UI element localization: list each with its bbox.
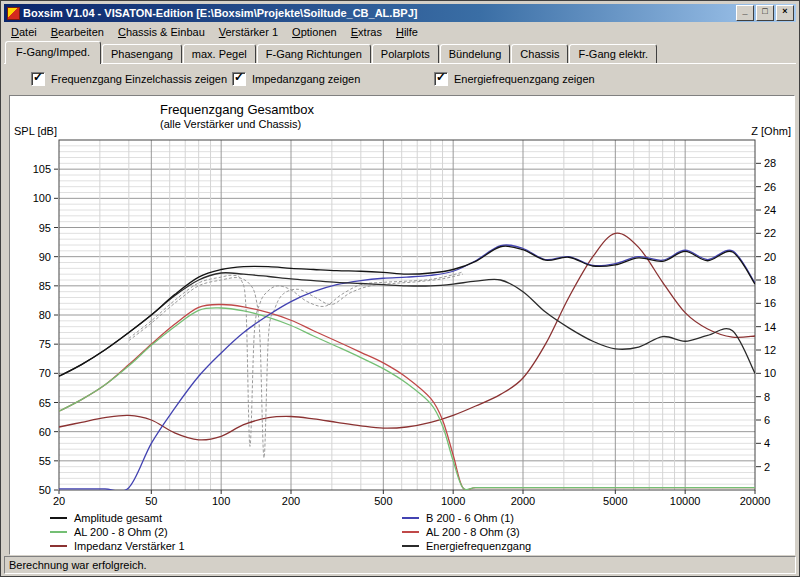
legend-label: B 200 - 6 Ohm (1)	[426, 512, 514, 524]
tab-buendelung[interactable]: Bündelung	[440, 44, 511, 64]
svg-text:100: 100	[212, 495, 230, 507]
tab-fgang-elektr[interactable]: F-Gang elektr.	[569, 44, 657, 64]
svg-text:100: 100	[33, 192, 51, 204]
checkbox-label: Energiefrequenzgang zeigen	[454, 73, 595, 85]
legend-line-swatch	[50, 531, 67, 533]
checkbox-einzelchassis[interactable]: ✓ Frequenzgang Einzelchassis zeigen	[31, 72, 227, 86]
menu-chassis-einbau[interactable]: Chassis & Einbau	[111, 23, 212, 41]
svg-text:20000: 20000	[740, 495, 771, 507]
svg-text:105: 105	[33, 163, 51, 175]
svg-text:14: 14	[764, 321, 776, 333]
legend-line-swatch	[50, 517, 67, 519]
check-icon: ✓	[436, 70, 446, 84]
svg-text:60: 60	[39, 426, 51, 438]
svg-text:2: 2	[764, 461, 770, 473]
svg-text:50: 50	[39, 484, 51, 496]
legend-item: AL 200 - 8 Ohm (3)	[402, 525, 520, 538]
title-bar[interactable]: Boxsim V1.04 - VISATON-Edition [E:\Boxsi…	[4, 4, 796, 22]
status-text: Berechnung war erfolgreich.	[9, 559, 147, 571]
tab-phasengang[interactable]: Phasengang	[102, 44, 182, 64]
svg-text:20: 20	[764, 251, 776, 263]
svg-text:20: 20	[53, 495, 65, 507]
legend-line-swatch	[402, 531, 419, 533]
svg-text:26: 26	[764, 181, 776, 193]
legend-item: B 200 - 6 Ohm (1)	[402, 511, 514, 524]
legend-line-swatch	[50, 545, 67, 547]
tab-chassis[interactable]: Chassis	[511, 44, 568, 64]
legend-label: Amplitude gesamt	[74, 512, 162, 524]
boxsim-window: { "window": { "title": "Boxsim V1.04 - V…	[0, 0, 800, 577]
close-button[interactable]: ×	[776, 5, 794, 21]
svg-text:55: 55	[39, 455, 51, 467]
svg-text:70: 70	[39, 367, 51, 379]
checkbox-energiefrequenzgang[interactable]: ✓ Energiefrequenzgang zeigen	[434, 72, 595, 86]
tab-polarplots[interactable]: Polarplots	[372, 44, 439, 64]
svg-text:85: 85	[39, 280, 51, 292]
legend-line-swatch	[402, 517, 419, 519]
y-axis-left-label: SPL [dB]	[14, 125, 57, 137]
status-bar: Berechnung war erfolgreich.	[4, 556, 796, 574]
svg-text:6: 6	[764, 414, 770, 426]
maximize-button[interactable]: □	[756, 5, 774, 21]
tab-strip: F-Gang/Imped. Phasengang max. Pegel F-Ga…	[5, 43, 795, 64]
menu-bearbeiten[interactable]: Bearbeiten	[44, 23, 111, 41]
svg-text:90: 90	[39, 251, 51, 263]
series-amplitude-gesamt	[59, 246, 755, 376]
svg-text:18: 18	[764, 274, 776, 286]
menu-extras[interactable]: Extras	[344, 23, 389, 41]
legend-item: Energiefrequenzgang	[402, 539, 531, 552]
check-icon: ✓	[33, 70, 43, 84]
menu-hilfe[interactable]: Hilfe	[389, 23, 425, 41]
svg-text:12: 12	[764, 344, 776, 356]
menu-datei[interactable]: Datei	[4, 23, 44, 41]
tab-max-pegel[interactable]: max. Pegel	[183, 44, 256, 64]
svg-text:1000: 1000	[441, 495, 465, 507]
series-b-200-6-ohm-1-	[59, 245, 755, 491]
series-al-200-8-ohm-2-	[59, 308, 755, 490]
svg-text:2000: 2000	[511, 495, 535, 507]
options-row: ✓ Frequenzgang Einzelchassis zeigen ✓ Im…	[4, 65, 796, 93]
check-icon: ✓	[234, 70, 244, 84]
legend-label: AL 200 - 8 Ohm (3)	[426, 526, 520, 538]
series-impedanz-verst-rker-1	[59, 233, 755, 440]
legend-label: Impedanz Verstärker 1	[74, 540, 185, 552]
svg-text:24: 24	[764, 204, 776, 216]
legend-item: AL 200 - 8 Ohm (2)	[50, 525, 168, 538]
checkbox-impedanzgang[interactable]: ✓ Impedanzgang zeigen	[232, 72, 360, 86]
svg-text:22: 22	[764, 227, 776, 239]
chart-subtitle: (alle Verstärker und Chassis)	[160, 118, 301, 130]
legend-item: Impedanz Verstärker 1	[50, 539, 185, 552]
minimize-button[interactable]: _	[736, 5, 754, 21]
legend-label: Energiefrequenzgang	[426, 540, 531, 552]
menu-bar: Datei Bearbeiten Chassis & Einbau Verstä…	[4, 22, 796, 42]
series-energiefrequenzgang	[59, 273, 755, 377]
series-einzelchassis-gestrichelt-2	[129, 274, 463, 458]
svg-text:80: 80	[39, 309, 51, 321]
legend-label: AL 200 - 8 Ohm (2)	[74, 526, 168, 538]
svg-text:8: 8	[764, 391, 770, 403]
menu-optionen[interactable]: Optionen	[285, 23, 344, 41]
tab-fgang-richtungen[interactable]: F-Gang Richtungen	[257, 44, 371, 64]
checkbox-box[interactable]: ✓	[232, 72, 246, 86]
checkbox-box[interactable]: ✓	[434, 72, 448, 86]
checkbox-label: Frequenzgang Einzelchassis zeigen	[51, 73, 227, 85]
svg-text:16: 16	[764, 297, 776, 309]
frequency-response-plot: 5055606570758085909510010524681012141618…	[10, 96, 794, 554]
chart-title: Frequenzgang Gesamtbox	[160, 102, 314, 117]
legend-item: Amplitude gesamt	[50, 511, 162, 524]
svg-text:95: 95	[39, 222, 51, 234]
svg-text:28: 28	[764, 157, 776, 169]
svg-text:5000: 5000	[603, 495, 627, 507]
menu-verstaerker-1[interactable]: Verstärker 1	[212, 23, 285, 41]
svg-text:200: 200	[282, 495, 300, 507]
chart-panel: 5055606570758085909510010524681012141618…	[9, 95, 795, 555]
checkbox-box[interactable]: ✓	[31, 72, 45, 86]
svg-text:10000: 10000	[670, 495, 701, 507]
legend-line-swatch	[402, 545, 419, 547]
tab-fgang-imped[interactable]: F-Gang/Imped.	[5, 41, 101, 64]
svg-text:75: 75	[39, 338, 51, 350]
tab-page-edge	[4, 63, 796, 66]
window-title: Boxsim V1.04 - VISATON-Edition [E:\Boxsi…	[23, 7, 732, 19]
checkbox-label: Impedanzgang zeigen	[252, 73, 360, 85]
svg-text:4: 4	[764, 437, 770, 449]
